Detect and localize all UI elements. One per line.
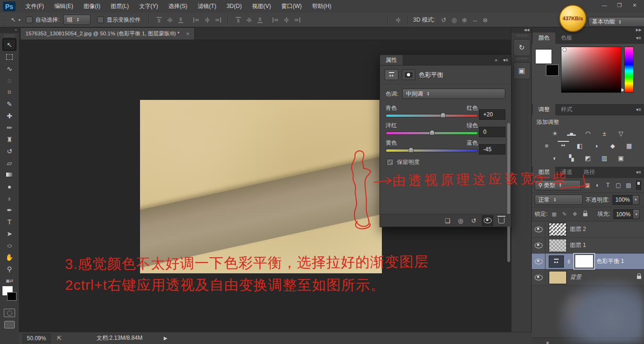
reset-adjustment-icon[interactable]: ↺ (469, 216, 479, 225)
lock-position-icon[interactable]: ✥ (571, 211, 578, 217)
3d-panel-button[interactable]: ▣ (513, 62, 530, 79)
align-hcenter-icon[interactable] (204, 16, 211, 24)
tab-layers[interactable]: 图层 (533, 167, 555, 178)
pen-tool[interactable]: ✒ (3, 204, 16, 216)
3d-rotate-icon[interactable]: ↺ (438, 16, 449, 24)
menu-edit[interactable]: 编辑(E) (49, 0, 78, 13)
tab-swatches[interactable]: 色板 (555, 33, 578, 44)
menu-filter[interactable]: 滤镜(T) (192, 0, 221, 13)
move-tool-preset-icon[interactable]: ↖ (8, 14, 18, 26)
panel-menu-icon[interactable]: ▾≡ (636, 170, 641, 175)
distribute-vcenter-icon[interactable] (246, 16, 253, 24)
yellow-blue-track[interactable] (386, 149, 478, 152)
toolbar-collapse-icon[interactable]: » (0, 27, 19, 33)
layer-row-background[interactable]: 背景 (532, 270, 644, 286)
layer-thumbnail[interactable] (549, 223, 567, 236)
lock-transparency-icon[interactable]: ▦ (550, 211, 558, 217)
filter-pixel-layers-icon[interactable]: ▣ (583, 182, 591, 188)
show-transform-checkbox[interactable] (97, 16, 104, 23)
minimize-button[interactable]: — (597, 0, 612, 10)
history-panel-button[interactable]: ↻ (513, 39, 530, 56)
opacity-dropdown[interactable]: 100% ▼ (612, 195, 639, 205)
distribute-hcenter-icon[interactable] (283, 16, 290, 24)
layer-thumbnail[interactable] (549, 239, 567, 252)
adjustment-brightness-contrast-icon[interactable]: ☀ (549, 129, 561, 138)
tab-channels[interactable]: 通道 (555, 167, 578, 178)
adjustment-view-button[interactable]: ▴▴ (385, 69, 398, 80)
filter-type-layers-icon[interactable]: T (604, 182, 612, 188)
background-color-swatch[interactable] (7, 292, 17, 301)
clone-stamp-tool[interactable]: ♜ (3, 133, 16, 145)
fill-dropdown[interactable]: 100% ▼ (613, 209, 640, 219)
filter-smart-objects-icon[interactable]: ▤ (625, 182, 633, 188)
gradient-tool[interactable] (3, 169, 16, 180)
adjustment-exposure-icon[interactable]: ± (599, 129, 610, 138)
collapse-panel-icon[interactable]: » (492, 57, 501, 63)
hue-ramp[interactable] (624, 47, 634, 93)
menu-3d[interactable]: 3D(D) (222, 0, 247, 13)
link-layers-button[interactable]: ∞ (545, 342, 551, 344)
align-bottom-icon[interactable] (177, 16, 184, 24)
adjustment-channel-mixer-icon[interactable]: ◆ (607, 141, 619, 150)
filter-type-dropdown[interactable]: ⚲ 类型 (535, 180, 581, 190)
3d-pan-icon[interactable]: ⊕ (459, 16, 470, 24)
align-right-icon[interactable] (215, 16, 222, 24)
adjustment-curves-icon[interactable]: ◠ (582, 129, 594, 138)
ellipse-tool[interactable]: ○ (3, 239, 16, 251)
swap-colors-icon[interactable]: ▣⇄ (6, 278, 13, 283)
background-color-swatch[interactable] (546, 65, 559, 76)
adjustment-invert-icon[interactable]: ◐ (549, 153, 561, 163)
adjustment-threshold-icon[interactable]: ◩ (582, 153, 594, 163)
delete-adjustment-icon[interactable] (496, 216, 506, 225)
cyan-red-value[interactable]: +20 (479, 109, 505, 120)
menu-type[interactable]: 文字(Y) (134, 0, 163, 13)
color-balance-layer-icon[interactable]: ▴▴ (549, 255, 564, 268)
color-picker-marker[interactable] (562, 48, 567, 52)
menu-help[interactable]: 帮助(H) (307, 0, 337, 13)
menu-layer[interactable]: 图层(L) (106, 0, 134, 13)
panel-menu-icon[interactable]: ▾≡ (500, 57, 511, 63)
align-left-icon[interactable] (193, 16, 200, 24)
tab-color[interactable]: 颜色 (533, 33, 555, 44)
adjustment-selective-color-icon[interactable]: ▣ (615, 153, 627, 163)
expand-panels-icon[interactable]: ◀◀ (512, 27, 532, 33)
workspace-switcher-dropdown[interactable]: 基本功能 (588, 17, 644, 27)
screen-mode-button[interactable] (4, 321, 15, 328)
document-image[interactable] (140, 100, 382, 273)
3d-scale-icon[interactable]: ⊗ (480, 16, 490, 24)
cyan-red-track[interactable] (386, 114, 478, 117)
move-tool[interactable]: ↖ (2, 38, 17, 51)
panel-scrollbar[interactable] (507, 123, 510, 262)
menu-window[interactable]: 窗口(W) (276, 0, 307, 13)
mask-link-icon[interactable]: ∞ (566, 259, 572, 263)
restore-button[interactable]: ❐ (612, 0, 627, 10)
filter-shape-layers-icon[interactable]: ▢ (614, 182, 622, 188)
distribute-right-icon[interactable] (294, 16, 301, 24)
blur-tool[interactable]: ● (3, 180, 16, 192)
preserve-luminosity-checkbox[interactable]: ✓ (387, 159, 394, 166)
slider-thumb[interactable] (408, 147, 413, 153)
quick-mask-button[interactable] (4, 309, 15, 317)
saturation-brightness-field[interactable] (561, 47, 621, 93)
brush-tool[interactable]: ✏ (3, 122, 16, 133)
layer-visibility-icon[interactable] (482, 215, 493, 226)
filter-adjustment-layers-icon[interactable]: ◐ (594, 182, 602, 188)
adjustment-posterize-icon[interactable]: ▚ (566, 153, 577, 163)
adjustment-color-balance-icon[interactable]: ▴▴ (558, 141, 569, 147)
cyan-red-slider[interactable]: 青色 红色 +20 (386, 104, 505, 117)
magenta-green-value[interactable]: 0 (479, 127, 505, 137)
adjustment-black-white-icon[interactable]: ◧ (574, 141, 586, 150)
yellow-blue-value[interactable]: -45 (479, 144, 505, 155)
view-previous-state-icon[interactable]: ◎ (455, 216, 466, 225)
layer-visibility-toggle[interactable] (532, 254, 545, 269)
tab-styles[interactable]: 样式 (555, 104, 578, 115)
type-tool[interactable]: T (3, 216, 16, 228)
path-selection-tool[interactable]: ➤ (3, 228, 16, 239)
dodge-tool[interactable]: ♁ (3, 192, 16, 204)
layer-visibility-toggle[interactable] (532, 221, 545, 237)
adjustment-hue-saturation-icon[interactable]: ≡ (541, 141, 553, 150)
crop-tool[interactable]: ⌗ (3, 86, 16, 98)
distribute-bottom-icon[interactable] (256, 16, 264, 24)
distribute-top-icon[interactable] (235, 16, 242, 24)
adjustment-color-lookup-icon[interactable]: ▦ (624, 141, 635, 150)
